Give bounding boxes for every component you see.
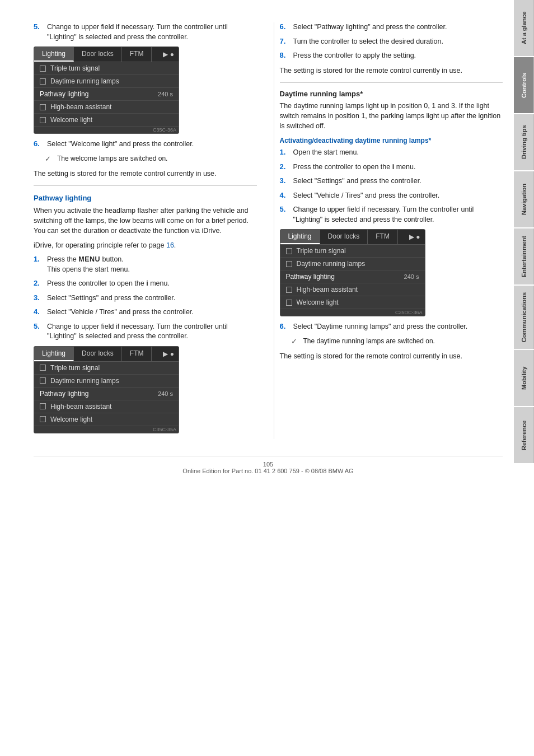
lighting-tab[interactable]: Lighting bbox=[280, 230, 320, 244]
step-number: 3. bbox=[34, 293, 45, 302]
menu-screenshot-1: Lighting Door locks FTM ▶ ● Triple turn … bbox=[34, 46, 179, 134]
screenshot-id: C35DC-36A bbox=[280, 309, 425, 316]
page-number: 105 bbox=[263, 461, 273, 468]
tab-reference[interactable]: Reference bbox=[514, 407, 534, 463]
step-text: Press the MENU button.This opens the sta… bbox=[47, 255, 130, 274]
step-text: Select "Vehicle / Tires" and press the c… bbox=[293, 191, 440, 201]
step-text: Press the controller to apply the settin… bbox=[293, 51, 416, 61]
daytime-lamps-item: Daytime running lamps bbox=[280, 258, 425, 270]
checkmark-icon: ✓ bbox=[291, 337, 301, 347]
pathway-step-4: 4. Select "Vehicle / Tires" and press th… bbox=[34, 307, 257, 318]
highbeam-item: High-beam assistant bbox=[34, 400, 179, 413]
edition-text: Online Edition for Part no. 01 41 2 600 … bbox=[182, 468, 353, 474]
step-number: 1. bbox=[34, 255, 45, 263]
pathway-step-3: 3. Select "Settings" and press the contr… bbox=[34, 293, 257, 304]
pathway-heading: Pathway lighting bbox=[34, 194, 257, 202]
daytime-step-1: 1. Open the start menu. bbox=[280, 148, 503, 158]
intro-step-5: 5. Change to upper field if necessary. T… bbox=[34, 22, 257, 42]
right-stored-text-2: The setting is stored for the remote con… bbox=[280, 351, 503, 361]
highbeam-item: High-beam assistant bbox=[280, 283, 425, 296]
pathway-step-5: 5. Change to upper field if necessary. T… bbox=[34, 322, 257, 342]
daytime-intro: The daytime running lamps light up in po… bbox=[280, 101, 503, 131]
triple-turn-item: Triple turn signal bbox=[280, 245, 425, 258]
divider bbox=[34, 185, 257, 186]
sidebar-tabs: At a glance Controls Driving tips Naviga… bbox=[514, 0, 534, 756]
step-number: 2. bbox=[34, 279, 45, 287]
menu-header: Lighting Door locks FTM ▶ ● bbox=[34, 347, 179, 362]
menu-header: Lighting Door locks FTM ▶ ● bbox=[280, 230, 425, 245]
daytime-lamps-item: Daytime running lamps bbox=[34, 75, 179, 88]
tab-navigation[interactable]: Navigation bbox=[514, 171, 534, 227]
checkbox-icon bbox=[286, 287, 292, 293]
step-number: 6. bbox=[280, 322, 291, 330]
step-text: Select "Settings" and press the controll… bbox=[293, 176, 421, 186]
pathway-item: Pathway lighting 240 s bbox=[34, 388, 179, 400]
page-footer: 105 Online Edition for Part no. 01 41 2 … bbox=[34, 456, 503, 474]
idrive-ref: iDrive, for operating principle refer to… bbox=[34, 240, 257, 250]
step-text: Select "Daytime running lamps" and press… bbox=[293, 322, 468, 332]
tab-communications[interactable]: Communications bbox=[514, 286, 534, 349]
welcome-item: Welcome light bbox=[34, 413, 179, 426]
triple-turn-item: Triple turn signal bbox=[34, 362, 179, 375]
step-number: 5. bbox=[34, 322, 45, 330]
door-locks-tab[interactable]: Door locks bbox=[320, 230, 368, 244]
checkbox-icon bbox=[286, 248, 292, 254]
checkbox-icon bbox=[40, 416, 46, 422]
tab-driving-tips[interactable]: Driving tips bbox=[514, 114, 534, 170]
screenshot-id: C35C-36A bbox=[34, 127, 179, 133]
step-number: 1. bbox=[280, 148, 291, 156]
step-text: Open the start menu. bbox=[293, 148, 359, 158]
checkbox-icon bbox=[40, 117, 46, 123]
step-text: Select "Pathway lighting" and press the … bbox=[293, 22, 447, 32]
pathway-item: Pathway lighting 240 s bbox=[280, 270, 425, 283]
stored-text-1: The setting is stored for the remote con… bbox=[34, 169, 257, 179]
step-number: 6. bbox=[34, 139, 45, 148]
right-stored-text: The setting is stored for the remote con… bbox=[280, 66, 503, 76]
checkbox-icon bbox=[40, 78, 46, 85]
step-text: Select "Vehicle / Tires" and press the c… bbox=[47, 307, 194, 318]
door-locks-tab[interactable]: Door locks bbox=[74, 47, 122, 62]
pathway-step-1: 1. Press the MENU button.This opens the … bbox=[34, 255, 257, 274]
lighting-tab[interactable]: Lighting bbox=[34, 47, 74, 62]
ftm-tab[interactable]: FTM bbox=[368, 230, 398, 244]
page-link[interactable]: 16 bbox=[166, 241, 174, 249]
step-number: 5. bbox=[280, 205, 291, 213]
right-step-7: 7. Turn the controller to select the des… bbox=[280, 37, 503, 47]
daytime-lamps-item: Daytime running lamps bbox=[34, 375, 179, 388]
right-step-6: 6. Select "Pathway lighting" and press t… bbox=[280, 22, 503, 32]
activating-subheading: Activating/deactivating daytime running … bbox=[280, 137, 503, 144]
checkbox-icon bbox=[40, 377, 46, 384]
welcome-item: Welcome light bbox=[280, 296, 425, 309]
step-text: Turn the controller to select the desire… bbox=[293, 37, 443, 47]
arrow-icon: ▶ ● bbox=[158, 347, 179, 361]
welcome-note: ✓ The welcome lamps are switched on. bbox=[45, 154, 257, 164]
step-number: 3. bbox=[280, 176, 291, 185]
right-step-8: 8. Press the controller to apply the set… bbox=[280, 51, 503, 61]
daytime-step-6: 6. Select "Daytime running lamps" and pr… bbox=[280, 322, 503, 332]
daytime-step-3: 3. Select "Settings" and press the contr… bbox=[280, 176, 503, 186]
tab-mobility[interactable]: Mobility bbox=[514, 350, 534, 406]
checkbox-icon bbox=[40, 403, 46, 409]
step-text: Press the controller to open the i menu. bbox=[47, 279, 170, 289]
daytime-step-2: 2. Press the controller to open the i me… bbox=[280, 162, 503, 172]
checkbox-icon bbox=[286, 261, 292, 267]
left-column: 5. Change to upper field if necessary. T… bbox=[34, 22, 263, 439]
tab-at-a-glance[interactable]: At a glance bbox=[514, 0, 534, 56]
lighting-tab[interactable]: Lighting bbox=[34, 347, 74, 361]
step-text: Change to upper field if necessary. Turn… bbox=[47, 322, 257, 342]
daytime-heading: Daytime running lamps* bbox=[280, 90, 503, 98]
menu-screenshot-2: Lighting Door locks FTM ▶ ● Triple turn … bbox=[34, 346, 179, 433]
ftm-tab[interactable]: FTM bbox=[122, 347, 152, 361]
ftm-tab[interactable]: FTM bbox=[122, 47, 152, 62]
checkbox-icon bbox=[40, 66, 46, 72]
daytime-note: ✓ The daytime running lamps are switched… bbox=[291, 337, 503, 347]
arrow-icon: ▶ ● bbox=[405, 230, 425, 244]
tab-controls[interactable]: Controls bbox=[514, 57, 534, 113]
step-number: 2. bbox=[280, 162, 291, 171]
door-locks-tab[interactable]: Door locks bbox=[74, 347, 122, 361]
tab-entertainment[interactable]: Entertainment bbox=[514, 228, 534, 284]
triple-turn-item: Triple turn signal bbox=[34, 62, 179, 75]
menu-header: Lighting Door locks FTM ▶ ● bbox=[34, 47, 179, 62]
step-number: 8. bbox=[280, 51, 291, 59]
step-text: Change to upper field if necessary. Turn… bbox=[293, 205, 503, 225]
